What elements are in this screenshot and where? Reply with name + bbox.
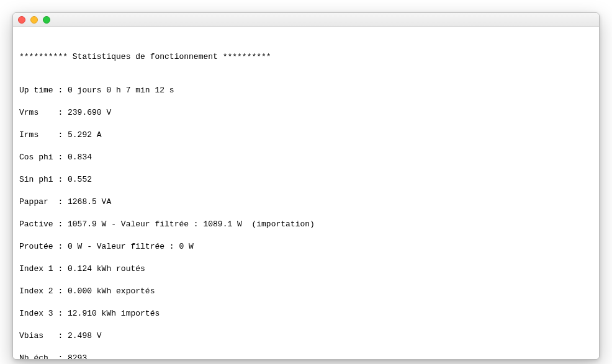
sinphi-line: Sin phi : 0.552 <box>19 174 593 185</box>
vrms-line: Vrms : 239.690 V <box>19 107 593 118</box>
maximize-icon[interactable] <box>43 16 50 24</box>
terminal-window: ********** Statistiques de fonctionnemen… <box>12 12 600 360</box>
minimize-icon[interactable] <box>30 16 38 24</box>
terminal-content[interactable]: ********** Statistiques de fonctionnemen… <box>13 27 599 359</box>
index2-line: Index 2 : 0.000 kWh exportés <box>19 286 593 297</box>
vbias-line: Vbias : 2.498 V <box>19 331 593 342</box>
pactive-line: Pactive : 1057.9 W - Valeur filtrée : 10… <box>19 219 593 230</box>
uptime-line: Up time : 0 jours 0 h 7 min 12 s <box>19 85 593 96</box>
pappar-line: Pappar : 1268.5 VA <box>19 197 593 208</box>
cosphi-line: Cos phi : 0.834 <box>19 152 593 163</box>
nbech-line: Nb éch. : 8293 <box>19 353 593 359</box>
irms-line: Irms : 5.292 A <box>19 130 593 141</box>
close-icon[interactable] <box>18 16 25 24</box>
index1-line: Index 1 : 0.124 kWh routés <box>19 264 593 275</box>
index3-line: Index 3 : 12.910 kWh importés <box>19 308 593 319</box>
stats-header: ********** Statistiques de fonctionnemen… <box>19 51 593 63</box>
window-titlebar <box>13 13 599 27</box>
proutee-line: Proutée : 0 W - Valeur filtrée : 0 W <box>19 241 593 252</box>
